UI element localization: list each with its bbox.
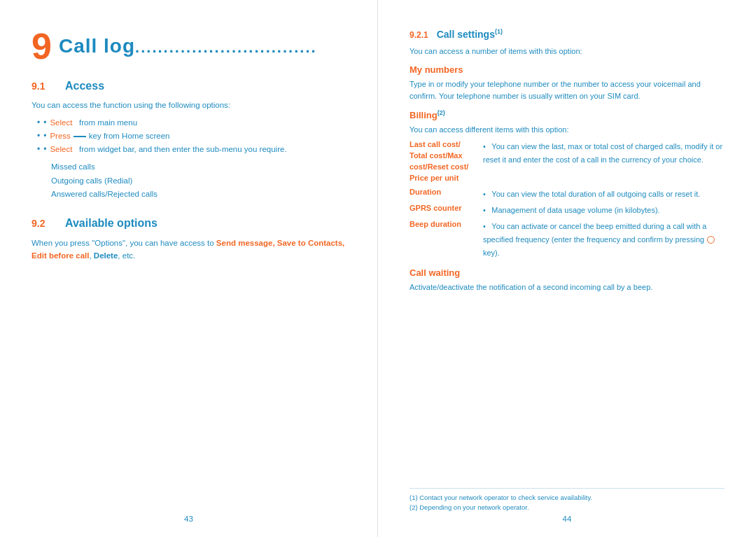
right-page-number: 44 (563, 515, 572, 523)
my-numbers-title: My numbers (410, 64, 724, 75)
call-waiting-title: Call waiting (410, 267, 724, 278)
billing-row-duration: Duration • You can view the total durati… (410, 187, 724, 200)
sub-item-missed: Missed calls (51, 160, 346, 174)
section-91-header: 9.1 Access (31, 80, 346, 92)
call-waiting-body: Activate/deactivate the notification of … (410, 281, 724, 293)
footnote-1: (1) Contact your network operator to che… (410, 493, 724, 503)
billing-row-gprs: GPRS counter • Management of data usage … (410, 203, 724, 216)
section-91-intro: You can access the function using the fo… (31, 99, 346, 112)
bullet-press: • Press key from Home screen (37, 130, 346, 143)
billing-intro: You can access different items with this… (410, 124, 724, 136)
billing-row-cost: Last call cost/Total cost/Maxcost/Reset … (410, 139, 724, 184)
chapter-title: Call log................................ (59, 35, 317, 57)
chapter-header: 9 Call log..............................… (31, 28, 346, 64)
sub-item-outgoing: Outgoing calls (Redial) (51, 174, 346, 188)
chapter-number: 9 (31, 28, 52, 64)
right-intro: You can access a number of items with th… (410, 46, 724, 57)
subsection-921-header: 9.2.1 Call settings(1) (410, 28, 724, 40)
my-numbers-body: Type in or modify your telephone number … (410, 78, 724, 102)
billing-title: Billing(2) (410, 109, 724, 120)
left-page-number: 43 (184, 515, 193, 523)
section-92: 9.2 Available options When you press "Op… (31, 217, 346, 263)
sub-item-answered: Answered calls/Rejected calls (51, 188, 346, 202)
bullet-select-1: • Select from main menu (37, 116, 346, 130)
my-numbers-section: My numbers Type in or modify your teleph… (410, 64, 724, 102)
circle-key-icon (707, 236, 715, 244)
page-container: 9 Call log..............................… (0, 0, 756, 537)
section-92-body: When you press "Options", you can have a… (31, 237, 346, 263)
billing-rows: Last call cost/Total cost/Maxcost/Reset … (410, 139, 724, 258)
billing-section: Billing(2) You can access different item… (410, 109, 724, 259)
access-bullet-list: • Select from main menu • Press key from… (37, 116, 346, 157)
sub-menu-list: Missed calls Outgoing calls (Redial) Ans… (51, 160, 346, 202)
dash-icon (74, 136, 86, 137)
left-page: 9 Call log..............................… (0, 0, 378, 537)
section-92-header: 9.2 Available options (31, 217, 346, 230)
footnote-2: (2) Depending on your network operator. (410, 503, 724, 512)
bullet-select-2: • Select from widget bar, and then enter… (37, 143, 346, 156)
footnotes: (1) Contact your network operator to che… (410, 488, 724, 513)
right-page: 9.2.1 Call settings(1) You can access a … (378, 0, 756, 537)
billing-row-beep: Beep duration • You can activate or canc… (410, 219, 724, 259)
call-waiting-section: Call waiting Activate/deactivate the not… (410, 267, 724, 293)
